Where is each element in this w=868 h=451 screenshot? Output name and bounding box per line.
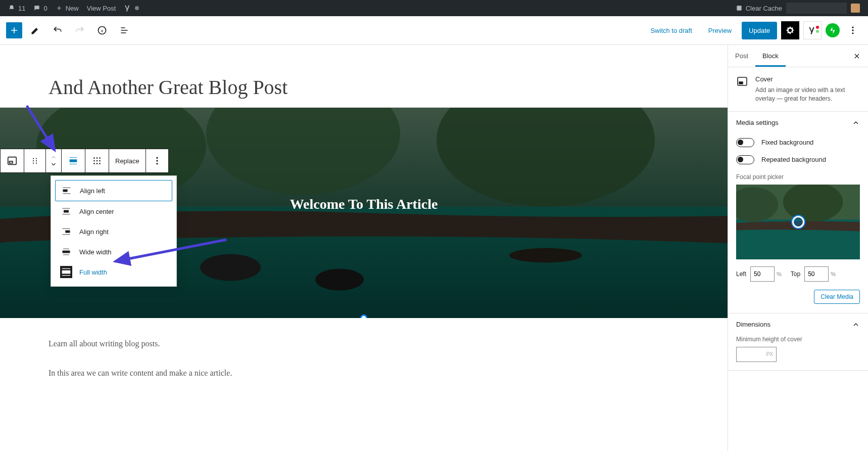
post-content[interactable]: Learn all about writing blog posts. In t…	[0, 318, 344, 381]
admin-bubble-link[interactable]: 0	[29, 0, 51, 16]
paragraph[interactable]: Learn all about writing blog posts.	[49, 336, 344, 351]
more-menu-button[interactable]	[844, 21, 862, 39]
yoast-status-dot-icon	[135, 6, 139, 10]
cover-heading[interactable]: Welcome To This Article	[290, 196, 438, 212]
align-left-icon	[61, 185, 73, 197]
svg-point-14	[93, 157, 95, 159]
align-center-option[interactable]: Align center	[55, 201, 172, 221]
cover-resize-handle[interactable]	[360, 314, 367, 318]
svg-point-9	[33, 162, 34, 163]
svg-point-24	[156, 160, 158, 161]
repeat-bg-label: Repeated background	[761, 156, 826, 163]
info-button[interactable]	[93, 21, 111, 39]
cover-icon	[7, 155, 18, 166]
settings-button[interactable]	[781, 21, 799, 39]
undo-icon	[53, 25, 63, 35]
admin-clear-cache[interactable]: Clear Cache	[732, 0, 786, 16]
focal-picker-label: Focal point picker	[736, 173, 860, 181]
admin-account[interactable]	[847, 0, 864, 16]
svg-point-21	[97, 163, 98, 164]
svg-rect-28	[65, 231, 70, 233]
sidebar-tabs: Post Block	[728, 45, 868, 67]
percent-label: %	[777, 271, 782, 277]
add-block-button[interactable]	[6, 22, 22, 38]
focal-left-input[interactable]	[750, 266, 775, 282]
editor-toolbar: Switch to draft Preview Update	[0, 16, 868, 45]
min-height-label: Minimum height of cover	[736, 336, 860, 343]
panel-media-settings: Media settings Fixed background Repeated…	[728, 112, 868, 313]
svg-rect-0	[737, 6, 741, 10]
outline-button[interactable]	[115, 21, 133, 39]
close-sidebar-button[interactable]	[846, 52, 868, 60]
fixed-bg-label: Fixed background	[761, 139, 813, 146]
redo-button[interactable]	[71, 21, 89, 39]
content-position-button[interactable]	[85, 149, 109, 172]
align-left-option[interactable]: Align left	[55, 180, 172, 201]
svg-rect-29	[63, 251, 70, 253]
redo-icon	[75, 25, 85, 35]
yoast-panel-button[interactable]	[803, 21, 822, 39]
focal-top-input[interactable]	[804, 266, 829, 282]
fixed-background-toggle[interactable]	[736, 138, 754, 147]
block-type-button[interactable]	[1, 149, 24, 172]
wide-width-icon	[60, 246, 72, 258]
plus-icon	[56, 5, 63, 12]
alignment-dropdown: Align left Align center Align right Wide…	[51, 175, 177, 287]
full-width-icon	[60, 266, 72, 278]
svg-rect-40	[739, 82, 743, 84]
svg-rect-26	[63, 190, 68, 192]
svg-point-8	[33, 160, 34, 161]
admin-new-link[interactable]: New	[52, 0, 83, 16]
block-more-button[interactable]	[146, 149, 168, 172]
paragraph[interactable]: In this area we can write content and ma…	[49, 366, 344, 381]
block-desc-text: Add an image or video with a text overla…	[755, 86, 860, 103]
clear-media-button[interactable]: Clear Media	[814, 290, 860, 304]
percent-label: %	[831, 271, 836, 277]
focal-point-handle[interactable]	[792, 216, 804, 228]
panel-dimensions-toggle[interactable]: Dimensions	[728, 313, 868, 336]
bell-icon	[8, 5, 15, 12]
pencil-icon	[30, 25, 40, 35]
undo-button[interactable]	[49, 21, 67, 39]
svg-point-18	[97, 160, 98, 162]
comments-count: 11	[18, 5, 25, 12]
block-name: Cover	[755, 75, 860, 83]
drag-icon	[30, 156, 39, 165]
admin-view-post[interactable]: View Post	[83, 0, 120, 16]
panel-media-toggle[interactable]: Media settings	[728, 112, 868, 134]
svg-point-2	[852, 27, 853, 28]
replace-button[interactable]: Replace	[109, 149, 146, 172]
preview-button[interactable]: Preview	[702, 23, 738, 38]
editor-canvas[interactable]: And Another Great Blog Post Replace Alig…	[0, 45, 728, 451]
svg-point-17	[93, 160, 95, 162]
focal-point-picker[interactable]	[736, 185, 860, 259]
svg-point-4	[852, 32, 853, 34]
post-title[interactable]: And Another Great Blog Post	[0, 45, 728, 104]
kebab-icon	[848, 25, 858, 35]
jetpack-button[interactable]	[826, 23, 840, 37]
close-icon	[853, 52, 861, 60]
chevron-up-icon	[852, 321, 860, 329]
tab-post[interactable]: Post	[728, 45, 755, 67]
svg-point-3	[852, 29, 853, 31]
admin-yoast[interactable]	[120, 0, 143, 16]
admin-search-input[interactable]	[786, 3, 847, 14]
admin-comments-link[interactable]: 11	[4, 0, 29, 16]
svg-rect-30	[62, 270, 71, 274]
edit-mode-button[interactable]	[26, 21, 44, 39]
gear-icon	[785, 25, 795, 35]
panel-dimensions: Dimensions Minimum height of cover PX	[728, 313, 868, 371]
repeated-background-toggle[interactable]	[736, 155, 754, 164]
switch-to-draft-button[interactable]: Switch to draft	[644, 23, 698, 38]
focal-top-label: Top	[791, 270, 800, 278]
alignment-button[interactable]	[62, 149, 85, 172]
svg-rect-6	[10, 161, 13, 163]
svg-rect-13	[70, 159, 77, 162]
align-center-icon	[60, 205, 72, 217]
grid-dots-icon	[91, 155, 103, 166]
update-button[interactable]: Update	[742, 22, 777, 39]
list-icon	[119, 25, 129, 35]
min-height-input[interactable]: PX	[736, 347, 777, 362]
tab-block[interactable]: Block	[755, 45, 786, 67]
svg-point-7	[33, 158, 34, 159]
